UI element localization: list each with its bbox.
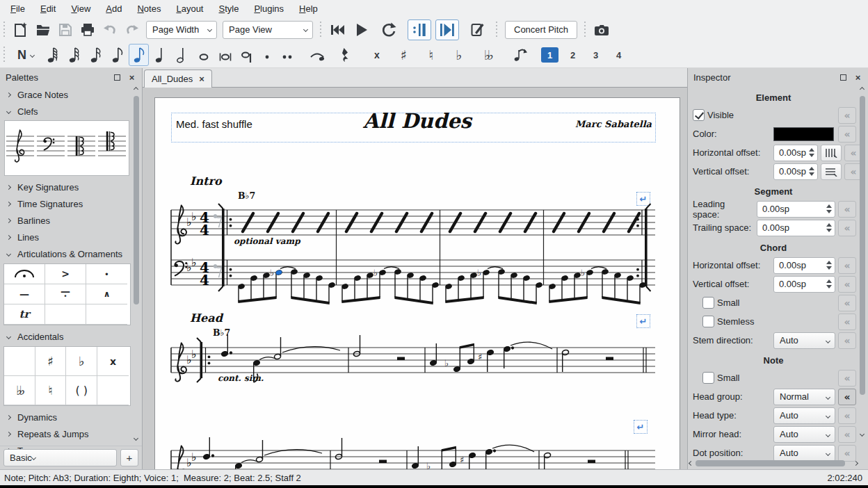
duration-8th-button[interactable] <box>107 44 127 66</box>
menu-help[interactable]: Help <box>291 1 326 16</box>
sharp-button[interactable]: ♯ <box>390 44 417 66</box>
undock-button[interactable] <box>113 73 122 82</box>
workspace-combobox[interactable]: Basic <box>3 449 117 466</box>
note-small-checkbox[interactable] <box>702 372 714 384</box>
natural-cell[interactable]: ♮ <box>35 376 67 405</box>
color-swatch[interactable] <box>773 127 834 141</box>
reset-trailing-button[interactable]: « <box>838 220 856 236</box>
note-input-mode-button[interactable]: N <box>10 44 41 66</box>
scrollbar-handle[interactable] <box>134 96 139 304</box>
rewind-button[interactable] <box>327 19 348 40</box>
image-capture-button[interactable] <box>591 19 612 40</box>
tenuto-staccato-cell[interactable]: — · <box>45 284 86 304</box>
undo-button[interactable] <box>99 19 120 40</box>
reset-stem-direction-button[interactable]: « <box>838 332 856 349</box>
empty-cell[interactable] <box>97 376 129 405</box>
toolbar-drag-handle[interactable] <box>3 22 6 38</box>
chord-hoffset-spinbox[interactable]: 0.00sp <box>773 257 835 274</box>
toolbar-drag-handle[interactable] <box>3 47 6 63</box>
palette-item-accidentals[interactable]: Accidentals <box>0 328 142 345</box>
palette-item-articulations[interactable]: Articulations & Ornaments <box>0 245 142 262</box>
reset-head-type-button[interactable]: « <box>838 407 856 424</box>
add-workspace-button[interactable]: + <box>120 449 138 466</box>
reset-color-button[interactable]: « <box>838 126 856 143</box>
menu-add[interactable]: Add <box>98 1 129 16</box>
stem-direction-dropdown[interactable]: Auto <box>773 332 835 349</box>
duration-32nd-button[interactable] <box>64 44 84 66</box>
staccato-cell[interactable]: · <box>86 264 127 284</box>
tab-close-icon[interactable]: × <box>199 74 204 84</box>
reset-mirror-head-button[interactable]: « <box>838 426 856 443</box>
palettes-scrollbar[interactable] <box>133 88 140 441</box>
scrollbar-handle[interactable] <box>696 460 845 466</box>
play-button[interactable] <box>349 19 373 40</box>
head-type-dropdown[interactable]: Auto <box>773 407 835 424</box>
palette-item-barlines[interactable]: Barlines <box>0 212 142 229</box>
menu-style[interactable]: Style <box>211 1 246 16</box>
duration-longa-button[interactable] <box>236 44 257 66</box>
metronome-button[interactable] <box>467 19 488 40</box>
chord-small-checkbox[interactable] <box>702 297 714 309</box>
reset-visible-button[interactable]: « <box>838 107 856 124</box>
view-mode-combobox[interactable]: Page View <box>223 21 313 39</box>
palette-item-repeats-jumps[interactable]: Repeats & Jumps <box>0 425 142 442</box>
double-sharp-cell[interactable]: x <box>97 347 129 376</box>
spin-arrows-icon[interactable] <box>826 261 832 270</box>
pan-playback-toggle[interactable] <box>435 19 459 40</box>
reset-leading-button[interactable]: « <box>838 201 856 218</box>
loop-playback-button[interactable] <box>378 19 399 40</box>
toolbar-drag-handle[interactable] <box>319 22 323 38</box>
augmentation-dot-button[interactable] <box>258 44 276 66</box>
menu-layout[interactable]: Layout <box>168 1 211 16</box>
empty-cell[interactable] <box>45 304 86 325</box>
save-button[interactable] <box>55 19 76 40</box>
tab-all-dudes[interactable]: All_Dudes × <box>144 70 212 88</box>
scrollbar-handle[interactable] <box>860 96 865 395</box>
duration-quarter-button[interactable] <box>150 44 170 66</box>
trailing-space-spinbox[interactable]: 0.00sp <box>757 220 835 236</box>
redo-button[interactable] <box>122 19 143 40</box>
fermata-cell[interactable] <box>4 264 45 284</box>
play-repeats-toggle[interactable] <box>408 19 431 40</box>
palette-item-clefs[interactable]: Clefs <box>0 103 142 120</box>
voice-3-button[interactable]: 3 <box>587 47 604 63</box>
duration-whole-button[interactable] <box>193 44 214 66</box>
spin-arrows-icon[interactable] <box>826 204 832 213</box>
inspector-scrollbar[interactable] <box>859 88 866 437</box>
voice-4-button[interactable]: 4 <box>610 47 627 63</box>
open-button[interactable] <box>33 19 54 40</box>
palette-item-lines[interactable]: Lines <box>0 229 142 245</box>
accent-cell[interactable]: > <box>45 264 86 284</box>
inspector-hscrollbar[interactable] <box>689 459 858 467</box>
stemless-checkbox[interactable] <box>702 316 714 327</box>
duration-16th-button[interactable] <box>86 44 106 66</box>
reset-note-small-button[interactable]: « <box>838 370 856 387</box>
close-panel-button[interactable]: × <box>127 73 136 82</box>
reset-stemless-button[interactable]: « <box>838 314 856 330</box>
palette-item-grace-notes[interactable]: Grace Notes <box>0 86 142 103</box>
menu-notes[interactable]: Notes <box>129 1 168 16</box>
score-page[interactable]: Med. fast shuffle All Dudes Marc Sabatel… <box>154 97 680 469</box>
concert-pitch-button[interactable]: Concert Pitch <box>505 21 577 39</box>
empty-cell[interactable] <box>86 304 127 325</box>
leading-space-spinbox[interactable]: 0.00sp <box>757 201 835 218</box>
element-voffset-spinbox[interactable]: 0.00sp <box>773 163 818 180</box>
duration-breve-button[interactable] <box>215 44 235 66</box>
palette-item-key-signatures[interactable]: Key Signatures <box>0 179 142 195</box>
close-panel-button[interactable]: × <box>853 73 862 82</box>
element-hoffset-spinbox[interactable]: 0.00sp <box>773 145 818 161</box>
natural-button[interactable]: ♮ <box>418 44 444 66</box>
print-button[interactable] <box>77 19 98 40</box>
zoom-combobox[interactable]: Page Width <box>146 21 217 39</box>
menu-plugins[interactable]: Plugins <box>246 1 291 16</box>
duration-half-button[interactable] <box>172 44 192 66</box>
parentheses-cell[interactable]: ( ) <box>66 376 97 405</box>
reset-chord-hoffset-button[interactable]: « <box>838 257 856 274</box>
double-flat-button[interactable]: ♭♭ <box>474 44 501 66</box>
palette-item-time-signatures[interactable]: Time Signatures <box>0 195 142 212</box>
duration-8th-selected-button[interactable] <box>129 44 149 66</box>
palette-item-dynamics[interactable]: Dynamics <box>0 409 142 425</box>
visible-checkbox[interactable] <box>693 109 705 121</box>
duration-64th-button[interactable] <box>42 44 63 66</box>
snap-horizontal-button[interactable] <box>821 145 842 161</box>
